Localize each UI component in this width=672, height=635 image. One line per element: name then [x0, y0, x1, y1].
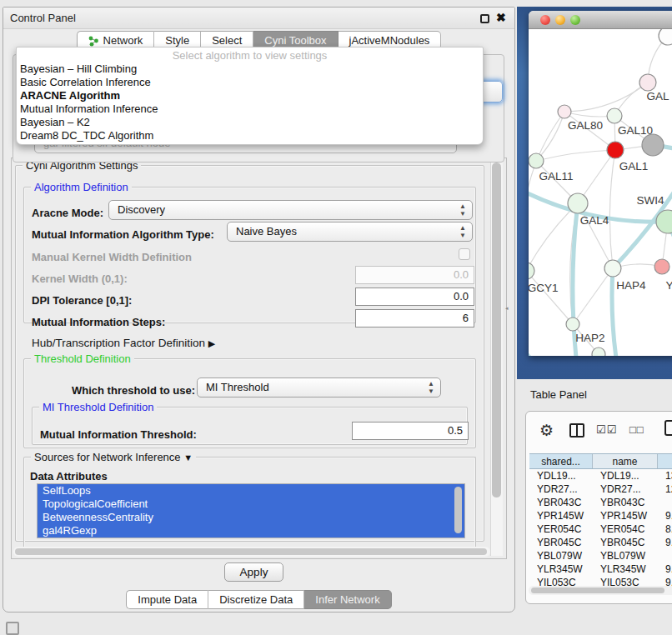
- data-attributes-list[interactable]: SelfLoopsTopologicalCoefficientBetweenne…: [37, 483, 465, 538]
- network-node-gal4[interactable]: [568, 193, 588, 213]
- list-scrollbar-thumb[interactable]: [454, 487, 462, 533]
- mi-threshold-field[interactable]: 0.5: [352, 422, 469, 440]
- collapsed-window-icon[interactable]: [6, 622, 19, 635]
- aracne-mode-combo[interactable]: Discovery ▲▼: [108, 200, 473, 220]
- network-node-gcy1[interactable]: [529, 262, 534, 279]
- network-node-hap2[interactable]: [566, 318, 579, 331]
- table-row[interactable]: YER054CYER054C8.: [529, 522, 672, 536]
- network-node-gal10[interactable]: [607, 108, 622, 123]
- network-edge[interactable]: [536, 112, 564, 161]
- network-edge[interactable]: [529, 339, 566, 356]
- mi-threshold-legend: MI Threshold Definition: [39, 401, 157, 413]
- table-hscrollbar-thumb[interactable]: [531, 588, 664, 593]
- table-cell: [658, 496, 672, 509]
- table-cell: YLR345W: [593, 562, 658, 576]
- dropdown-item[interactable]: ARACNE Algorithm: [17, 89, 483, 102]
- attribute-list-item[interactable]: BetweennessCentrality: [38, 511, 464, 524]
- network-edge[interactable]: [609, 150, 615, 268]
- apply-button[interactable]: Apply: [224, 562, 283, 582]
- network-node-label: SWI4: [636, 194, 664, 207]
- float-window-icon[interactable]: [480, 14, 489, 23]
- table-row[interactable]: YBR043CYBR043C: [529, 496, 672, 509]
- table-cell: YDL19...: [593, 469, 658, 482]
- bottom-tab-impute-data[interactable]: Impute Data: [126, 590, 208, 609]
- network-node-label: GAL80: [568, 119, 603, 132]
- sources-legend[interactable]: Sources for Network Inference ▼: [31, 451, 196, 463]
- network-node-salmon1[interactable]: [654, 259, 669, 274]
- dropdown-item[interactable]: Bayesian – K2: [17, 116, 483, 129]
- table-panel: ⚙ ☑☑ □□ shared...name YDL19...YDL19...13…: [525, 411, 672, 604]
- clear-checkboxes-icon[interactable]: □□: [629, 423, 644, 436]
- table-row[interactable]: YLR345WYLR345W9.: [529, 562, 672, 576]
- attribute-list-item[interactable]: gal4RGexp: [38, 524, 464, 538]
- table-row[interactable]: YDL19...YDL19...13: [529, 469, 672, 482]
- network-canvas[interactable]: GALGAL80GAL10GAL1GAL11GAL4SWI4GCY1HAP4YH…: [529, 29, 672, 356]
- hub-definition-label: Hub/Transcription Factor Definition: [32, 337, 205, 349]
- columns-icon[interactable]: [569, 423, 584, 438]
- kernel-width-field[interactable]: 0.0: [355, 266, 474, 284]
- table-row[interactable]: YPR145WYPR145W9.: [529, 509, 672, 522]
- expanded-arrow-icon: ▼: [183, 452, 193, 462]
- splitpane-handle-icon[interactable]: ◂: [505, 304, 510, 312]
- table-cell: YPR145W: [529, 509, 593, 522]
- table-column-header[interactable]: name: [593, 454, 658, 468]
- export-table-icon[interactable]: [664, 420, 672, 436]
- close-icon[interactable]: ✖: [496, 11, 506, 24]
- select-all-checkboxes-icon[interactable]: ☑☑: [596, 423, 617, 436]
- network-edge[interactable]: [564, 82, 648, 112]
- dropdown-item[interactable]: Mutual Information Inference: [17, 102, 483, 116]
- network-node-label: Y: [665, 279, 672, 292]
- bottom-tabbar: Impute DataDiscretize DataInfer Network: [3, 590, 514, 609]
- dropdown-item[interactable]: Basic Correlation Inference: [17, 76, 483, 89]
- network-edge[interactable]: [529, 112, 564, 271]
- table-cell: 9.: [658, 509, 672, 522]
- network-node-gray1[interactable]: [642, 134, 664, 156]
- table-row[interactable]: YBL079WYBL079W: [529, 549, 672, 562]
- table-cell: YBR043C: [529, 496, 593, 509]
- table-column-header[interactable]: [658, 454, 672, 468]
- bottom-tab-discretize-data[interactable]: Discretize Data: [208, 590, 304, 609]
- manual-kernel-checkbox[interactable]: [459, 248, 470, 260]
- network-edge[interactable]: [529, 271, 573, 324]
- aracne-mode-label: Aracne Mode:: [32, 207, 103, 219]
- network-node-top_partial[interactable]: [659, 29, 672, 45]
- dpi-tolerance-label: DPI Tolerance [0,1]:: [32, 294, 132, 307]
- table-cell: YLR345W: [529, 562, 593, 576]
- network-node-gal11[interactable]: [529, 153, 544, 168]
- network-node-bottom1[interactable]: [592, 348, 605, 356]
- mi-threshold-label: Mutual Information Threshold:: [40, 428, 197, 441]
- attribute-list-item[interactable]: TopologicalCoefficient: [38, 498, 464, 511]
- settings-vscrollbar-thumb[interactable]: [492, 162, 501, 498]
- combo-stepper-icon: ▲▼: [459, 202, 466, 218]
- dpi-tolerance-field[interactable]: 0.0: [355, 288, 474, 306]
- network-node-gal80[interactable]: [558, 105, 571, 118]
- network-node-hap4[interactable]: [604, 260, 621, 277]
- attribute-list-item[interactable]: SelfLoops: [38, 484, 464, 498]
- table-row[interactable]: YDR27...YDR27...12: [529, 482, 672, 496]
- tab-label: Impute Data: [138, 590, 197, 609]
- close-traffic-light-icon[interactable]: [540, 15, 550, 25]
- data-attributes-label: Data Attributes: [30, 470, 108, 482]
- network-node-gal1_red[interactable]: [607, 142, 624, 158]
- network-node-pink_top[interactable]: [639, 74, 656, 91]
- bottom-tab-infer-network[interactable]: Infer Network: [304, 590, 391, 609]
- control-panel-titlebar[interactable]: Control Panel ✖: [3, 8, 514, 29]
- zoom-traffic-light-icon[interactable]: [570, 15, 580, 25]
- table-cell: YPR145W: [593, 509, 658, 522]
- mi-type-combo[interactable]: Naive Bayes ▲▼: [227, 222, 473, 242]
- settings-hscrollbar-thumb[interactable]: [15, 548, 487, 555]
- network-edge[interactable]: [573, 268, 613, 324]
- network-window-titlebar[interactable]: [529, 11, 672, 29]
- dropdown-item[interactable]: Dream8 DC_TDC Algorithm: [17, 129, 483, 142]
- hub-definition-toggle[interactable]: Hub/Transcription Factor Definition ▶: [32, 337, 215, 349]
- network-edge[interactable]: [536, 150, 615, 161]
- which-threshold-combo[interactable]: MI Threshold ▲▼: [197, 378, 441, 398]
- dropdown-item[interactable]: Bayesian – Hill Climbing: [17, 62, 483, 76]
- mi-steps-field[interactable]: 6: [355, 309, 474, 328]
- minimize-traffic-light-icon[interactable]: [555, 15, 565, 25]
- gear-icon[interactable]: ⚙: [539, 421, 554, 440]
- table-row[interactable]: YBR045CYBR045C9.: [529, 536, 672, 549]
- control-panel-title: Control Panel: [10, 12, 76, 24]
- table-column-header[interactable]: shared...: [529, 454, 593, 468]
- table-row[interactable]: YIL053CYIL053C9.: [529, 576, 672, 586]
